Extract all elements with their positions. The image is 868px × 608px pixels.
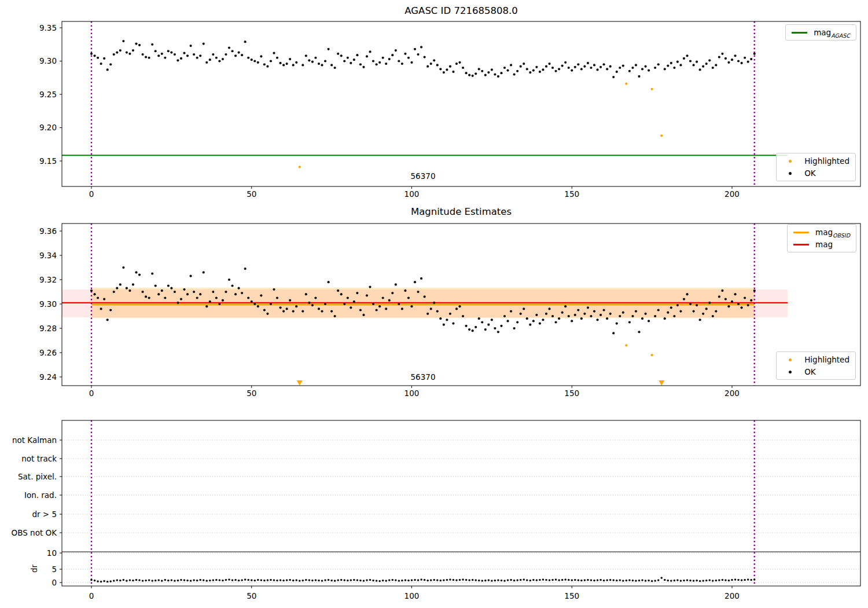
ok-point [452,323,454,325]
ok-point [157,293,160,295]
ok-point [327,48,329,50]
dr-point [330,580,333,582]
ok-point [603,63,605,65]
ok-point [119,283,122,285]
red-line-swatch [793,244,809,246]
dr-point [318,580,320,582]
dr-point [343,579,345,581]
highlighted-point [660,134,663,137]
ok-point [689,303,692,305]
ok-point [631,315,634,317]
dr-point [295,579,297,581]
dr-point [289,579,291,581]
dr-point [276,580,278,582]
ok-point [176,302,179,304]
dr-point [241,579,243,581]
y-tick-label: 9.28 [39,324,57,333]
ok-point [247,296,249,299]
ok-point [676,61,679,63]
ok-point [228,279,230,281]
legend-points-middle: Highlighted OK [776,351,856,380]
ok-point [561,64,564,67]
dr-point [417,579,420,581]
dr-point [126,580,128,582]
y-tick-label: 9.35 [39,23,57,32]
dr-point [142,580,144,582]
dr-point [151,580,153,582]
ok-point [407,296,410,299]
ok-point [376,63,378,65]
ok-point [151,272,153,274]
dr-point [632,580,634,582]
dr-point [696,580,698,582]
ok-point [378,61,381,64]
ok-point [251,301,253,303]
ok-point [334,315,336,317]
ok-point [648,320,650,322]
dr-point [686,579,689,581]
ok-point [667,64,669,67]
dr-point [628,579,631,581]
ok-point [648,69,650,72]
ok-point [712,315,714,317]
ok-point [455,63,458,65]
ok-point [484,328,487,331]
ok-point [106,68,109,71]
ok-point [548,63,550,65]
ok-point [353,301,355,303]
dr-point [568,579,570,581]
ok-point [506,69,509,72]
ok-point [170,287,172,290]
ok-point [724,57,727,60]
flag-category-label: not Kalman [12,435,57,445]
dr-point [590,579,593,581]
ok-point [535,66,538,68]
dr-point [549,579,551,581]
dr-point [385,580,387,582]
dr-point [660,577,663,579]
ok-point [391,54,393,56]
dr-point [209,580,211,582]
dr-point [667,580,670,582]
dr-point [426,580,429,582]
dr-point [753,578,756,581]
flag-category-label: Ion. rad. [24,490,57,500]
ok-point [273,52,275,54]
ok-point [609,65,612,68]
dr-point [267,579,269,581]
orange-line-swatch [793,232,809,233]
black-dot-swatch [789,371,792,373]
legend-item: OK [782,169,849,178]
ok-point [103,298,105,301]
ok-point [753,53,756,55]
ok-point [628,321,631,323]
dr-point [430,579,432,581]
dr-point [347,580,349,582]
ok-point [436,64,439,66]
ok-point [593,64,595,66]
ok-point [170,51,172,53]
dr-point [247,579,249,581]
ok-point [670,306,672,309]
ok-point [644,65,646,68]
x-tick-label: 100 [404,591,420,600]
dr-point [315,579,317,581]
dr-point [744,579,746,581]
dr-point [728,580,730,582]
ok-point [616,323,618,325]
ok-point [446,68,448,71]
ok-point [426,65,429,68]
dr-point [737,579,740,581]
ok-point [420,46,422,48]
dr-point [484,580,487,582]
dr-point [183,579,186,581]
ok-point [458,305,461,307]
ok-point [468,74,470,76]
dr-point [350,579,352,581]
dr-point [561,579,564,581]
dr-point [683,580,685,582]
ok-point [558,317,560,320]
dr-point [299,580,301,582]
ok-point [414,48,416,50]
dr-point [708,579,711,581]
